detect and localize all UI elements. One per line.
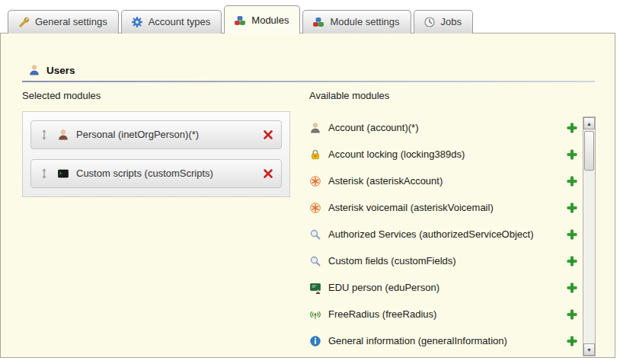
add-module-button[interactable] [566,308,578,321]
person-icon [57,129,69,141]
asterisk-icon [309,202,321,214]
selected-module-label: Personal (inetOrgPerson)(*) [76,129,199,141]
selected-module-row-personal[interactable]: Personal (inetOrgPerson)(*) [30,120,282,149]
lock-icon [309,148,321,161]
available-modules-scrollbar[interactable]: ▲ ▼ [583,117,596,356]
add-module-button[interactable] [566,175,578,187]
gear-icon [131,16,143,28]
tab-module-settings[interactable]: Module settings [302,10,411,34]
tab-jobs[interactable]: Jobs [414,10,473,34]
available-modules-list: Account (account)(*) Account locking (lo… [309,114,578,354]
available-module-label: Account (account)(*) [328,122,419,134]
selected-module-label: Custom scripts (customScripts) [76,168,213,180]
available-module-label: Asterisk voicemail (asteriskVoicemail) [328,202,494,214]
green-plus-icon [566,228,578,241]
red-x-icon [262,168,274,180]
selected-modules-list: Personal (inetOrgPerson)(*) Custom scrip… [22,111,290,197]
section-header-users: Users [28,64,75,76]
green-plus-icon [566,202,578,214]
available-module-row-asterisk: Asterisk (asteriskAccount) [309,168,578,194]
add-module-button[interactable] [566,335,578,347]
terminal-icon [57,168,69,180]
module-settings-icon [312,16,324,28]
wrench-icon [18,16,30,28]
clock-icon [423,16,436,28]
available-module-row-custom-fields: Custom fields (customFields) [309,247,578,274]
available-module-label: General information (generalInformation) [328,335,507,347]
info-icon [309,335,321,347]
green-plus-icon [566,282,578,294]
tab-modules[interactable]: Modules [224,5,300,34]
add-module-button[interactable] [566,202,578,214]
education-icon [309,282,321,294]
available-module-row-account-locking: Account locking (locking389ds) [309,141,578,168]
tab-label: Module settings [330,16,399,28]
section-title: Users [46,65,75,76]
antenna-icon [309,308,321,321]
tab-label: Modules [251,14,289,27]
green-plus-icon [566,308,578,321]
tab-label: Account types [149,16,211,28]
available-module-label: Asterisk (asteriskAccount) [328,175,443,187]
scrollbar-up-button[interactable]: ▲ [583,117,595,129]
scrollbar-down-button[interactable]: ▼ [583,343,595,356]
selected-module-row-custom-scripts[interactable]: Custom scripts (customScripts) [30,159,282,188]
add-module-button[interactable] [566,228,578,241]
add-module-button[interactable] [566,255,578,267]
selected-modules-title: Selected modules [22,90,101,101]
up-down-arrow-icon[interactable] [38,129,50,141]
add-module-button[interactable] [566,148,578,161]
magnifier-icon [309,255,321,267]
add-module-button[interactable] [566,282,578,294]
section-divider [22,81,595,82]
lam-configuration-screen: General settings Account types Modules M… [0,0,620,364]
tab-account-types[interactable]: Account types [121,10,222,34]
tab-label: General settings [35,16,107,28]
green-plus-icon [566,255,578,267]
tab-bar: General settings Account types Modules M… [8,5,473,34]
available-module-row-edu-person: EDU person (eduPerson) [309,274,578,301]
remove-module-button[interactable] [262,168,274,180]
red-x-icon [262,129,274,141]
tab-general-settings[interactable]: General settings [8,10,119,34]
available-module-row-asterisk-voicemail: Asterisk voicemail (asteriskVoicemail) [309,194,578,221]
green-plus-icon [566,122,578,134]
green-plus-icon [566,175,578,187]
green-plus-icon [566,148,578,161]
person-icon [309,122,321,134]
available-module-row-account: Account (account)(*) [309,114,578,141]
tab-label: Jobs [441,16,462,28]
green-plus-icon [566,335,578,347]
modules-icon [234,14,246,27]
available-module-row-general-information: General information (generalInformation) [309,327,578,354]
up-down-arrow-icon[interactable] [38,168,50,180]
available-module-label: Authorized Services (authorizedServiceOb… [328,228,534,241]
magnifier-icon [309,228,321,241]
available-module-label: Account locking (locking389ds) [328,148,465,161]
available-module-label: Custom fields (customFields) [328,255,456,267]
available-module-label: FreeRadius (freeRadius) [328,308,436,321]
available-module-row-authorized-services: Authorized Services (authorizedServiceOb… [309,221,578,247]
available-module-label: EDU person (eduPerson) [328,282,439,294]
scrollbar-thumb[interactable] [584,131,594,171]
remove-module-button[interactable] [262,129,274,141]
available-modules-title: Available modules [309,90,389,101]
add-module-button[interactable] [566,122,578,134]
asterisk-icon [309,175,321,187]
modules-tab-panel: Users Selected modules Available modules… [0,33,615,358]
user-icon [28,64,40,76]
available-module-row-freeradius: FreeRadius (freeRadius) [309,301,578,327]
